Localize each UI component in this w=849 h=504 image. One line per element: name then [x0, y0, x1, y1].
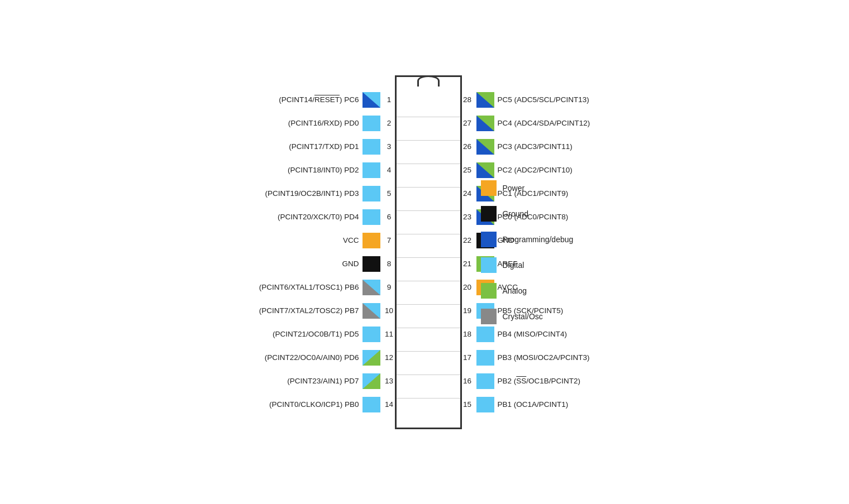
pin-number-16: 16 — [462, 377, 473, 385]
legend-box-progdebug — [481, 232, 497, 247]
pin-label-8: GND — [342, 260, 359, 268]
pin-row-5: (PCINT19/OC2B/INT1) PD3 5 — [265, 182, 394, 205]
pin-number-8: 8 — [384, 260, 395, 268]
ic-notch — [417, 75, 440, 87]
legend-item-progdebug: Programming/debug — [481, 232, 573, 247]
pin-number-15: 15 — [462, 400, 473, 409]
pin-box-7 — [363, 233, 380, 248]
pin-row-4: (PCINT18/INT0) PD2 4 — [288, 159, 395, 182]
ic-pin-row — [397, 281, 460, 305]
pin-row-15: 15 PB1 (OC1A/PCINT1) — [462, 393, 569, 416]
ic-bottom-area — [397, 422, 460, 428]
pin-label-1: (PCINT14/RESET) PC6 — [279, 95, 359, 104]
ic-pin-row — [397, 188, 460, 211]
ic-pin-row — [397, 141, 460, 164]
pin-label-2: (PCINT16/RXD) PD0 — [288, 119, 359, 127]
pin-row-3: (PCINT17/TXD) PD1 3 — [289, 135, 394, 159]
pin-row-10: (PCINT7/XTAL2/TOSC2) PB7 10 — [259, 299, 395, 323]
pin-number-10: 10 — [384, 306, 395, 315]
pin-box-12 — [363, 350, 380, 366]
legend-item-power: Power — [481, 180, 573, 196]
pin-number-17: 17 — [462, 353, 473, 362]
pin-row-27: 27 PC4 (ADC4/SDA/PCINT12) — [462, 112, 590, 135]
pin-row-9: (PCINT6/XTAL1/TOSC1) PB6 9 — [259, 276, 395, 299]
ic-top-notch-area — [397, 77, 460, 94]
legend-box-analog — [481, 283, 497, 299]
legend-box-digital — [481, 257, 497, 273]
pin-number-25: 25 — [462, 166, 473, 174]
ic-pin-row — [397, 94, 460, 117]
pin-label-5: (PCINT19/OC2B/INT1) PD3 — [265, 189, 359, 198]
pin-label-16: PB2 (SS/OC1B/PCINT2) — [498, 377, 581, 385]
pin-row-7: VCC 7 — [343, 229, 395, 252]
pin-box-5 — [363, 186, 380, 201]
ic-pin-row — [397, 328, 460, 352]
legend-label-analog: Analog — [502, 286, 527, 295]
pin-box-6 — [363, 209, 380, 225]
ic-pin-row — [397, 164, 460, 188]
pin-number-28: 28 — [462, 95, 473, 104]
pin-number-4: 4 — [384, 166, 395, 174]
pin-box-13 — [363, 373, 380, 389]
pin-number-20: 20 — [462, 283, 473, 291]
pin-number-7: 7 — [384, 236, 395, 244]
legend-box-ground — [481, 206, 497, 222]
pin-box-8 — [363, 256, 380, 272]
pin-number-12: 12 — [384, 353, 395, 362]
pin-row-18: 18 PB4 (MISO/PCINT4) — [462, 323, 567, 346]
legend-label-power: Power — [502, 184, 524, 193]
pin-label-14: (PCINT0/CLKO/ICP1) PB0 — [269, 400, 359, 409]
legend-item-digital: Digital — [481, 257, 573, 273]
pin-label-17: PB3 (MOSI/OC2A/PCINT3) — [498, 353, 590, 362]
legend: Power Ground Programming/debug Digital A… — [481, 180, 573, 324]
pin-box-17 — [476, 350, 494, 366]
pin-box-15 — [476, 397, 494, 412]
pin-number-2: 2 — [384, 119, 395, 127]
pin-row-26: 26 PC3 (ADC3/PCINT11) — [462, 135, 573, 159]
ic-pin-row — [397, 375, 460, 399]
legend-label-digital: Digital — [502, 261, 524, 270]
pin-label-9: (PCINT6/XTAL1/TOSC1) PB6 — [259, 283, 359, 291]
legend-item-ground: Ground — [481, 206, 573, 222]
pin-row-13: (PCINT23/AIN1) PD7 13 — [287, 369, 394, 393]
ic-pin-row — [397, 234, 460, 258]
pin-label-25: PC2 (ADC2/PCINT10) — [498, 166, 573, 174]
pin-number-14: 14 — [384, 400, 395, 409]
legend-label-progdebug: Programming/debug — [502, 235, 573, 244]
pin-row-6: (PCINT20/XCK/T0) PD4 6 — [278, 205, 395, 229]
pin-row-16: 16 PB2 (SS/OC1B/PCINT2) — [462, 369, 581, 393]
pin-label-4: (PCINT18/INT0) PD2 — [288, 166, 359, 174]
ic-pin-row — [397, 117, 460, 141]
pin-box-3 — [363, 139, 380, 155]
diagram-wrapper: (PCINT14/RESET) PC6 1 (PCINT16/RXD) PD0 … — [259, 75, 590, 429]
pin-label-18: PB4 (MISO/PCINT4) — [498, 330, 567, 338]
pin-box-14 — [363, 397, 380, 412]
pin-label-28: PC5 (ADC5/SCL/PCINT13) — [498, 95, 589, 104]
pin-row-17: 17 PB3 (MOSI/OC2A/PCINT3) — [462, 346, 590, 369]
pin-box-26 — [476, 139, 494, 155]
pin-row-2: (PCINT16/RXD) PD0 2 — [288, 112, 395, 135]
pin-number-19: 19 — [462, 306, 473, 315]
pin-label-15: PB1 (OC1A/PCINT1) — [498, 400, 569, 409]
pin-number-6: 6 — [384, 213, 395, 221]
pin-label-3: (PCINT17/TXD) PD1 — [289, 142, 359, 151]
pin-number-22: 22 — [462, 236, 473, 244]
pin-box-9 — [363, 280, 380, 295]
pin-box-11 — [363, 327, 380, 342]
pin-number-3: 3 — [384, 142, 395, 151]
legend-label-crystal: Crystal/Osc — [502, 312, 542, 321]
pin-number-11: 11 — [384, 330, 395, 338]
pin-label-27: PC4 (ADC4/SDA/PCINT12) — [498, 119, 590, 127]
pin-label-13: (PCINT23/AIN1) PD7 — [287, 377, 359, 385]
pin-number-23: 23 — [462, 213, 473, 221]
pin-number-18: 18 — [462, 330, 473, 338]
pin-row-28: 28 PC5 (ADC5/SCL/PCINT13) — [462, 88, 589, 112]
pin-number-13: 13 — [384, 377, 395, 385]
legend-label-ground: Ground — [502, 209, 528, 218]
legend-box-power — [481, 180, 497, 196]
pin-box-27 — [476, 116, 494, 131]
pin-number-24: 24 — [462, 189, 473, 198]
pin-row-8: GND 8 — [342, 252, 395, 276]
main-container: (PCINT14/RESET) PC6 1 (PCINT16/RXD) PD0 … — [0, 0, 849, 504]
pin-label-12: (PCINT22/OC0A/AIN0) PD6 — [265, 353, 359, 362]
